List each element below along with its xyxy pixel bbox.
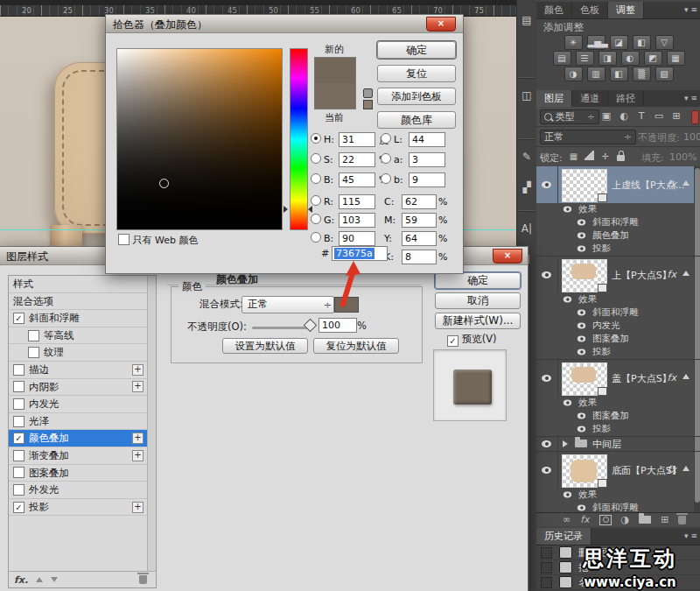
effect-visibility-eye-icon[interactable] <box>578 246 585 252</box>
panel-menu-icon[interactable]: ▾ ≡ <box>684 2 700 18</box>
fill-value[interactable]: 100% <box>669 151 696 163</box>
history-source-checkbox[interactable] <box>541 562 552 573</box>
layer-group-row[interactable]: 中间层 <box>536 437 694 451</box>
selective-color-icon[interactable]: ▧ <box>655 67 674 81</box>
color-libraries-button[interactable]: 颜色库 <box>377 111 456 129</box>
invert-icon[interactable]: ◑ <box>564 67 583 81</box>
lab-input[interactable]: 9 <box>409 172 445 187</box>
tab-history[interactable]: 历史记录 <box>536 528 592 545</box>
delete-layer-icon[interactable] <box>678 516 686 524</box>
tab-路径[interactable]: 路径 <box>608 90 644 107</box>
rgb-radio[interactable] <box>311 214 321 224</box>
hsb-input[interactable]: 22 <box>339 152 375 167</box>
layer-fx-badge[interactable]: fx <box>668 179 676 190</box>
layer-opacity-value[interactable]: 100% <box>683 131 700 143</box>
style-checkbox[interactable] <box>13 467 24 478</box>
opacity-slider-track[interactable] <box>252 327 310 329</box>
add-instance-icon[interactable]: + <box>132 502 144 513</box>
layers-scrollbar-thumb[interactable] <box>695 168 700 503</box>
panel-menu-icon[interactable]: ▾ ≡ <box>684 528 700 545</box>
lock-transparent-pixels-icon[interactable]: ▦ <box>568 151 579 162</box>
effect-visibility-eye-icon[interactable] <box>578 323 585 329</box>
cmyk-input[interactable]: 8 <box>402 250 437 264</box>
lab-radio[interactable] <box>381 153 391 164</box>
rgb-input[interactable]: 90 <box>339 231 375 246</box>
saturation-brightness-field[interactable] <box>116 48 283 230</box>
color-lookup-icon[interactable]: ▦ <box>667 51 685 66</box>
layer-effect-row[interactable]: 图案叠加 <box>536 410 694 423</box>
style-list-item[interactable]: 外发光 <box>9 482 148 499</box>
cmyk-input[interactable]: 64 <box>402 231 437 246</box>
gradient-map-icon[interactable]: ▒ <box>633 67 651 81</box>
effect-visibility-eye-icon[interactable] <box>578 505 585 511</box>
hsb-input[interactable]: 31 <box>339 132 375 147</box>
photo-filter-icon[interactable]: ◐ <box>621 51 640 66</box>
style-list-item[interactable]: 描边+ <box>9 362 148 379</box>
fx-menu-button[interactable]: fx. <box>14 574 28 586</box>
style-checkbox[interactable]: ✓ <box>13 502 24 513</box>
layer-blend-mode-dropdown[interactable]: 正常 ÷ <box>540 130 636 144</box>
delete-effect-button[interactable] <box>139 575 147 584</box>
lock-position-icon[interactable]: ✛ <box>599 151 611 162</box>
web-safe-color-swatch[interactable] <box>363 100 373 109</box>
visibility-eye-icon[interactable] <box>542 181 551 188</box>
add-to-swatches-button[interactable]: 添加到色板 <box>377 88 456 105</box>
preview-checkbox[interactable]: ✓ <box>447 335 458 347</box>
layer-row[interactable]: 上虚线【P大点...fx <box>536 166 694 203</box>
hsb-radio[interactable] <box>311 133 321 144</box>
lab-input[interactable]: 44 <box>409 132 445 147</box>
style-checkbox[interactable] <box>13 450 24 461</box>
style-checkbox[interactable] <box>13 364 24 376</box>
panel-menu-icon[interactable]: ▾ ≡ <box>684 90 700 107</box>
layer-effect-row[interactable]: 效果 <box>536 489 694 502</box>
group-expand-icon[interactable] <box>563 440 568 447</box>
layer-effects-icon[interactable]: fx <box>580 514 589 526</box>
style-list-item[interactable]: 等高线 <box>9 327 148 345</box>
effect-visibility-eye-icon[interactable] <box>578 413 585 419</box>
opacity-slider-handle[interactable] <box>304 319 318 333</box>
style-checkbox[interactable] <box>28 347 39 358</box>
style-checkbox[interactable] <box>13 484 24 496</box>
layer-effect-row[interactable]: 斜面和浮雕 <box>536 502 694 512</box>
reset-default-button[interactable]: 复位为默认值 <box>313 338 399 354</box>
web-colors-only-checkbox[interactable] <box>118 234 130 245</box>
effect-visibility-eye-icon[interactable] <box>578 426 585 433</box>
black-white-icon[interactable]: ◨ <box>598 51 617 66</box>
layer-effect-row[interactable]: 投影 <box>536 243 694 256</box>
layer-thumbnail[interactable] <box>562 259 607 292</box>
lab-radio[interactable] <box>381 133 391 144</box>
lab-input[interactable]: 3 <box>409 152 445 167</box>
properties-panel-icon[interactable]: ▤ <box>517 11 536 30</box>
lab-radio[interactable] <box>381 173 391 184</box>
style-list-item[interactable]: 混合选项 <box>9 293 148 311</box>
history-source-checkbox[interactable] <box>541 577 552 588</box>
filter-toggle-switch[interactable] <box>691 110 699 124</box>
add-instance-icon[interactable]: + <box>132 381 144 392</box>
cmyk-input[interactable]: 59 <box>402 213 437 228</box>
layer-effect-row[interactable]: 颜色叠加 <box>536 229 694 243</box>
style-checkbox[interactable]: ✓ <box>13 433 24 444</box>
layer-effect-row[interactable]: 图案叠加 <box>536 333 694 346</box>
set-default-button[interactable]: 设置为默认值 <box>222 338 308 354</box>
layer-effect-row[interactable]: 效果 <box>536 397 694 410</box>
hue-slider[interactable] <box>290 48 308 230</box>
preview-checkbox-row[interactable]: ✓ 预览(V) <box>447 333 497 347</box>
rgb-input[interactable]: 103 <box>339 213 375 228</box>
add-instance-icon[interactable]: + <box>132 433 144 444</box>
link-layers-icon[interactable]: ∞ <box>563 514 570 526</box>
style-list-item[interactable]: 图案叠加 <box>9 465 148 482</box>
effect-visibility-eye-icon[interactable] <box>564 207 571 213</box>
brightness-contrast-icon[interactable]: ☀ <box>564 35 583 50</box>
color-field-marker[interactable] <box>159 179 169 188</box>
hsb-input[interactable]: 45 <box>339 172 375 187</box>
hsb-radio[interactable] <box>311 153 321 164</box>
history-source-checkbox[interactable] <box>541 547 552 559</box>
vibrance-icon[interactable]: ▽ <box>655 35 674 50</box>
effect-visibility-eye-icon[interactable] <box>564 297 571 303</box>
color-balance-icon[interactable]: ☰ <box>576 51 594 66</box>
tab-颜色[interactable]: 颜色 <box>536 2 572 18</box>
layer-row[interactable]: 上【P大点S】fx <box>536 257 694 293</box>
style-checkbox[interactable] <box>13 416 24 427</box>
tab-通道[interactable]: 通道 <box>572 90 608 107</box>
smart-object-filter-icon[interactable]: ⊞ <box>669 109 683 123</box>
